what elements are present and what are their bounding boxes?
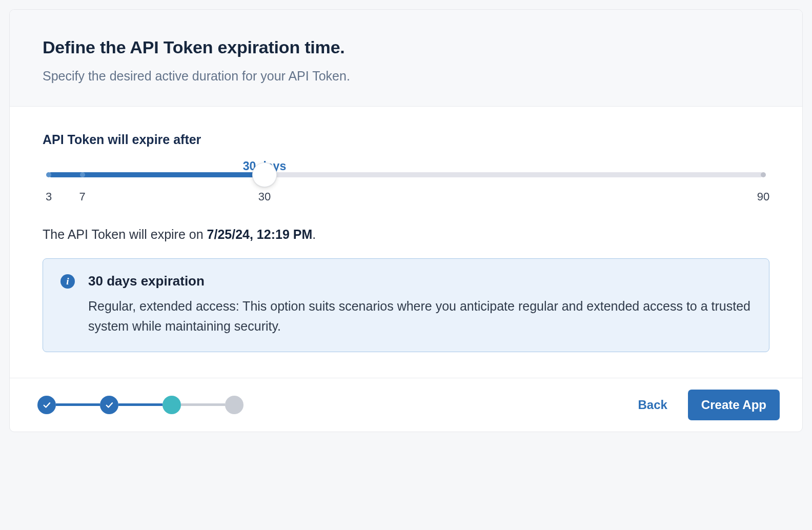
info-icon: i — [60, 274, 75, 289]
footer-actions: Back Create App — [634, 390, 780, 420]
card-body: API Token will expire after 30 days 3730… — [10, 107, 802, 378]
slider-stop — [761, 172, 766, 177]
card-header: Define the API Token expiration time. Sp… — [10, 10, 802, 107]
callout-body: Regular, extended access: This option su… — [88, 296, 752, 336]
expiration-sentence-prefix: The API Token will expire on — [43, 227, 207, 241]
wizard-step[interactable] — [225, 396, 243, 414]
expiration-date: 7/25/24, 12:19 PM — [207, 227, 313, 241]
callout-content: 30 days expiration Regular, extended acc… — [88, 273, 752, 336]
slider-tick-label: 3 — [46, 190, 52, 203]
expiration-sentence-suffix: . — [312, 227, 316, 241]
back-button[interactable]: Back — [634, 393, 671, 417]
card-footer: Back Create App — [10, 378, 802, 432]
wizard-step-connector — [118, 403, 163, 406]
slider-tick-label: 30 — [258, 190, 271, 203]
slider-stop — [46, 172, 51, 177]
page-title: Define the API Token expiration time. — [43, 37, 769, 57]
wizard-step[interactable] — [37, 396, 56, 414]
slider-tick-label: 7 — [79, 190, 85, 203]
wizard-step[interactable] — [100, 396, 118, 414]
slider-tick-label: 90 — [757, 190, 769, 203]
slider-thumb[interactable] — [252, 162, 277, 187]
check-icon — [105, 400, 114, 410]
slider-tick-labels: 373090 — [49, 190, 763, 205]
wizard-step-connector — [56, 403, 100, 406]
wizard-step-connector — [181, 403, 225, 406]
callout-title: 30 days expiration — [88, 273, 752, 289]
create-app-button[interactable]: Create App — [688, 390, 780, 420]
expiration-slider[interactable]: 30 days 373090 — [49, 166, 763, 205]
slider-track[interactable] — [49, 166, 763, 184]
page-subtitle: Specify the desired active duration for … — [43, 69, 769, 84]
wizard-card: Define the API Token expiration time. Sp… — [9, 9, 803, 432]
slider-stop — [80, 172, 85, 177]
info-callout: i 30 days expiration Regular, extended a… — [43, 258, 769, 352]
wizard-stepper — [37, 396, 243, 414]
check-icon — [42, 400, 51, 410]
expiration-sentence: The API Token will expire on 7/25/24, 12… — [43, 227, 769, 242]
slider-label: API Token will expire after — [43, 132, 769, 147]
wizard-step[interactable] — [163, 396, 181, 414]
